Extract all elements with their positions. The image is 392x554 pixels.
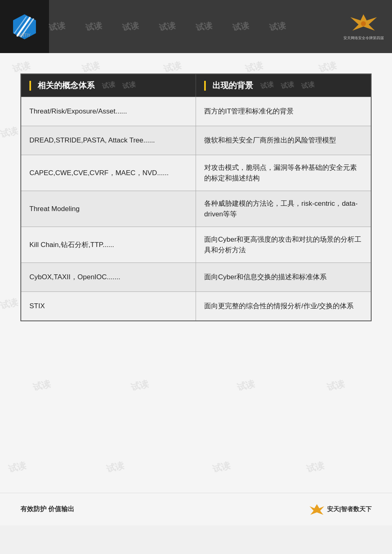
header-wm-inline-2: 试读 (122, 80, 136, 91)
right-logo-subtitle: 安天网络安全令牌第四届 (343, 36, 384, 41)
yellow-accent-2 (204, 81, 206, 91)
cwm-20: 试读 (236, 378, 256, 394)
footer-brand-text: 安天|智者数天下 (327, 505, 372, 513)
cwm-14: 试读 (0, 296, 19, 312)
footer: 有效防护 价值输出 安天|智者数天下 (0, 493, 392, 525)
header-wm-6: 试读 (232, 20, 250, 33)
row4-left: Kill Chain,钻石分析,TTP...... (21, 227, 196, 263)
table-row: STIX 面向更完整的综合性的情报分析/作业/交换的体系 (21, 291, 371, 320)
footer-right-logo: 安天|智者数天下 (309, 503, 372, 516)
cwm-25: 试读 (305, 459, 325, 476)
cwm-19: 试读 (129, 378, 150, 394)
table-row: CybOX,TAXII，OpenIOC....... 面向Cyber和信息交换的… (21, 263, 371, 291)
table-row: Kill Chain,钻石分析,TTP...... 面向Cyber和更高强度的攻… (21, 227, 371, 263)
cwm-21: 试读 (325, 378, 346, 394)
svg-marker-6 (310, 504, 324, 515)
col1-header-text: 相关的概念体系 (38, 80, 95, 91)
header-wm-inline-5: 试读 (301, 80, 315, 91)
cwm-6: 试读 (0, 125, 19, 141)
main-content: 试读 试读 试读 试读 试读 试读 试读 试读 试读 试读 试读 试读 试读 试… (0, 53, 392, 525)
header: ANTIY 试读 试读 试读 试读 试读 试读 试读 安天网络安全令牌第四届 (0, 0, 392, 53)
row2-left: CAPEC,CWE,CVE,CVRF，MAEC，NVD...... (21, 155, 196, 191)
row1-right: 微软和相关安全厂商所推出的风险管理模型 (196, 126, 371, 155)
svg-point-5 (361, 21, 366, 26)
main-table: 相关的概念体系 试读 试读 出现的背景 试读 试读 试读 Threat/Risk… (20, 73, 372, 321)
yellow-accent-1 (29, 81, 31, 91)
row3-left: Threat Modeling (21, 191, 196, 227)
header-wm-7: 试读 (269, 20, 287, 33)
row5-left: CybOX,TAXII，OpenIOC....... (21, 263, 196, 291)
row0-right: 西方的IT管理和标准化的背景 (196, 97, 371, 126)
cwm-22: 试读 (7, 459, 27, 476)
header-wm-inline-1: 试读 (101, 80, 116, 91)
header-watermarks: 试读 试读 试读 试读 试读 试读 试读 (41, 0, 351, 53)
table-row: Threat Modeling 各种威胁建模的方法论，工具，risk-centr… (21, 191, 371, 227)
row6-right: 面向更完整的综合性的情报分析/作业/交换的体系 (196, 292, 371, 320)
row0-left: Threat/Risk/Exposure/Asset...... (21, 97, 196, 126)
right-logo: 安天网络安全令牌第四届 (343, 12, 384, 41)
row6-left: STIX (21, 292, 196, 320)
header-wm-3: 试读 (122, 20, 140, 33)
row4-right: 面向Cyber和更高强度的攻击和对抗的场景的分析工具和分析方法 (196, 227, 371, 263)
table-row: DREAD,STRIDE,PASTA, Attack Tree...... 微软… (21, 126, 371, 155)
footer-tagline: 有效防护 价值输出 (20, 505, 74, 514)
header-wm-1: 试读 (48, 20, 66, 33)
col2-header-text: 出现的背景 (212, 80, 253, 91)
header-wm-2: 试读 (85, 20, 103, 33)
header-wm-5: 试读 (195, 20, 213, 33)
header-wm-inline-3: 试读 (260, 80, 274, 91)
table-row: Threat/Risk/Exposure/Asset...... 西方的IT管理… (21, 97, 371, 126)
cwm-23: 试读 (105, 459, 125, 476)
table-header: 相关的概念体系 试读 试读 出现的背景 试读 试读 试读 (21, 74, 371, 97)
col2-header: 出现的背景 试读 试读 试读 (196, 74, 371, 97)
logo-label: ANTIY (18, 33, 30, 38)
row1-left: DREAD,STRIDE,PASTA, Attack Tree...... (21, 126, 196, 155)
header-wm-4: 试读 (158, 20, 176, 33)
cwm-18: 试读 (31, 378, 52, 394)
cwm-24: 试读 (211, 459, 232, 476)
col1-header: 相关的概念体系 试读 试读 (21, 74, 196, 97)
row5-right: 面向Cyber和信息交换的描述和标准体系 (196, 263, 371, 291)
row2-right: 对攻击模式，脆弱点，漏洞等各种基础的安全元素的标定和描述结构 (196, 155, 371, 191)
logo-hexagon: ANTIY (10, 12, 39, 41)
row3-right: 各种威胁建模的方法论，工具，risk-centric，data-driven等等 (196, 191, 371, 227)
header-wm-inline-4: 试读 (280, 80, 294, 91)
table-row: CAPEC,CWE,CVE,CVRF，MAEC，NVD...... 对攻击模式，… (21, 155, 371, 191)
